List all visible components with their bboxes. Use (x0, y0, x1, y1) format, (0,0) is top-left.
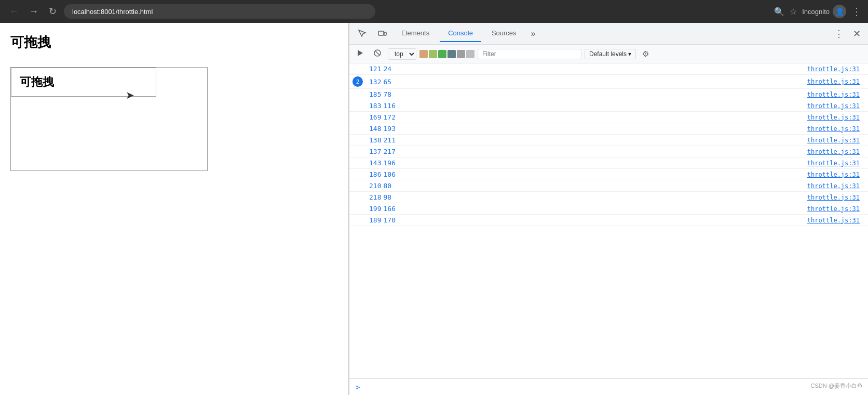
context-selector[interactable]: top (388, 48, 416, 60)
console-val-y: 172 (383, 113, 395, 121)
devtools-close-button[interactable]: ✕ (850, 26, 864, 42)
console-prompt-symbol: > (356, 383, 360, 391)
swatch-3 (438, 50, 446, 58)
console-val-y: 106 (383, 170, 395, 178)
swatch-2 (429, 50, 437, 58)
console-val-y: 193 (383, 125, 395, 133)
devtools-panel: Elements Console Sources » ⋮ ✕ top (349, 23, 868, 395)
console-val-x: 186 (369, 170, 381, 178)
devtools-toolbar: Elements Console Sources » ⋮ ✕ (349, 23, 868, 45)
console-badge: 2 (352, 76, 363, 87)
console-run-button[interactable] (354, 47, 367, 60)
watermark: CSDN @姜香小白鱼 (811, 382, 863, 390)
incognito-info: Incognito 👤 (802, 5, 846, 18)
back-button[interactable]: ← (6, 4, 22, 19)
console-val-x: 138 (369, 136, 381, 144)
default-levels-button[interactable]: Default levels ▾ (585, 49, 636, 59)
console-row: 185 78 throttle.js:31 (349, 89, 868, 100)
main-area: 可拖拽 可拖拽 ➤ Elem (0, 23, 868, 395)
console-values: 169 172 (363, 113, 807, 121)
console-values: 121 24 (363, 65, 807, 73)
console-row: 148 193 throttle.js:31 (349, 123, 868, 135)
star-icon: ☆ (790, 7, 797, 17)
console-source-link[interactable]: throttle.js:31 (807, 102, 868, 110)
console-val-y: 166 (383, 205, 395, 213)
console-output[interactable]: 121 24 throttle.js:31 2 132 65 throttle.… (349, 63, 868, 378)
console-row: 143 196 throttle.js:31 (349, 157, 868, 169)
console-val-y: 98 (383, 193, 391, 201)
refresh-button[interactable]: ↻ (46, 4, 60, 19)
console-source-link[interactable]: throttle.js:31 (807, 65, 868, 73)
tab-console[interactable]: Console (440, 25, 481, 42)
console-values: 183 116 (363, 102, 807, 110)
console-val-y: 116 (383, 102, 395, 110)
console-source-link[interactable]: throttle.js:31 (807, 125, 868, 133)
console-source-link[interactable]: throttle.js:31 (807, 160, 868, 167)
console-values: 138 211 (363, 136, 807, 144)
swatch-5 (457, 50, 465, 58)
console-values: 186 106 (363, 170, 807, 178)
console-settings-button[interactable]: ⚙ (639, 47, 652, 61)
console-source-link[interactable]: throttle.js:31 (807, 205, 868, 213)
browser-menu-icon[interactable]: ⋮ (851, 5, 862, 18)
incognito-avatar: 👤 (833, 5, 846, 18)
console-val-x: 218 (369, 193, 381, 201)
console-values: 148 193 (363, 125, 807, 133)
incognito-label: Incognito (802, 8, 830, 16)
console-val-y: 170 (383, 216, 395, 224)
console-row: 199 166 throttle.js:31 (349, 203, 868, 215)
console-val-x: 121 (369, 65, 381, 73)
tab-more-button[interactable]: » (527, 27, 540, 41)
console-input-field[interactable] (364, 383, 862, 391)
svg-line-4 (375, 51, 379, 55)
drag-box-outer[interactable]: 可拖拽 ➤ (10, 67, 208, 171)
console-val-x: 148 (369, 125, 381, 133)
console-val-x: 183 (369, 102, 381, 110)
console-toolbar: top Default levels ▾ ⚙ (349, 45, 868, 63)
console-values: 199 166 (363, 205, 807, 213)
console-val-y: 196 (383, 159, 395, 167)
svg-marker-2 (358, 50, 363, 56)
inspect-element-button[interactable] (354, 26, 371, 42)
console-row: 210 80 throttle.js:31 (349, 180, 868, 192)
cursor-indicator: ➤ (126, 89, 134, 101)
console-source-link[interactable]: throttle.js:31 (807, 137, 868, 144)
console-source-link[interactable]: throttle.js:31 (807, 182, 868, 190)
console-source-link[interactable]: throttle.js:31 (807, 114, 868, 121)
console-row: 218 98 throttle.js:31 (349, 192, 868, 203)
console-source-link[interactable]: throttle.js:31 (807, 217, 868, 224)
console-val-y: 211 (383, 136, 395, 144)
console-val-x: 185 (369, 90, 381, 98)
console-values: 143 196 (363, 159, 807, 167)
drag-box-inner[interactable]: 可拖拽 ➤ (11, 68, 156, 97)
swatch-1 (419, 50, 428, 58)
console-val-x: 189 (369, 216, 381, 224)
console-values: 137 217 (363, 148, 807, 155)
tab-sources[interactable]: Sources (483, 25, 525, 42)
forward-button[interactable]: → (26, 4, 42, 19)
drag-box-inner-label: 可拖拽 (20, 75, 54, 88)
devtools-menu-button[interactable]: ⋮ (830, 26, 848, 42)
console-source-link[interactable]: throttle.js:31 (807, 91, 868, 98)
swatch-4 (447, 50, 456, 58)
console-source-link[interactable]: throttle.js:31 (807, 78, 868, 85)
device-toolbar-button[interactable] (373, 26, 391, 42)
svg-rect-1 (384, 32, 386, 35)
console-val-x: 132 (369, 78, 381, 86)
address-bar[interactable] (64, 4, 375, 19)
search-icon: 🔍 (774, 7, 784, 17)
svg-rect-0 (378, 31, 384, 35)
console-source-link[interactable]: throttle.js:31 (807, 148, 868, 155)
console-source-link[interactable]: throttle.js:31 (807, 171, 868, 178)
tab-elements[interactable]: Elements (393, 25, 438, 42)
console-val-x: 169 (369, 113, 381, 121)
console-filter-input[interactable] (478, 49, 581, 59)
console-values: 189 170 (363, 216, 807, 224)
console-source-link[interactable]: throttle.js:31 (807, 194, 868, 201)
swatch-6 (466, 50, 474, 58)
console-val-y: 24 (383, 65, 391, 73)
console-values: 132 65 (363, 78, 807, 86)
clear-icon (373, 49, 382, 57)
console-clear-button[interactable] (370, 47, 385, 61)
webpage: 可拖拽 可拖拽 ➤ (0, 23, 349, 395)
